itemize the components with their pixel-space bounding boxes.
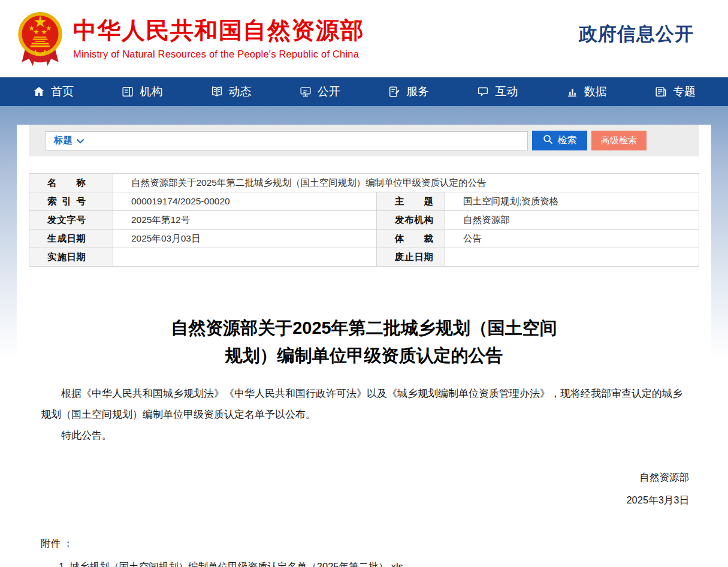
- attachments-label: 附件 ：: [41, 537, 689, 550]
- meta-label-genre: 体裁: [377, 230, 445, 248]
- nav-item-label: 专题: [673, 84, 696, 99]
- table-row: 名称 自然资源部关于2025年第二批城乡规划（国土空间规划）编制单位甲级资质认定…: [29, 174, 699, 192]
- search-button-label: 检索: [558, 134, 577, 147]
- meta-label-subject: 主题: [377, 192, 445, 211]
- paragraph: 特此公告。: [41, 425, 689, 446]
- chat-bubble-icon: [476, 85, 490, 98]
- signature-block: 自然资源部 2025年3月3日: [17, 471, 711, 507]
- site-header: 中华人民共和国自然资源部 Ministry of Natural Resourc…: [0, 0, 728, 77]
- meta-value-created-date: 2025年03月03日: [113, 230, 377, 248]
- bar-chart-icon: [566, 85, 579, 98]
- meta-label-effective-date: 实施日期: [29, 248, 113, 267]
- search-bar: 标题 检索 高级检索: [29, 125, 699, 156]
- document-body: 根据《中华人民共和国城乡规划法》《中华人民共和国行政许可法》以及《城乡规划编制单…: [41, 383, 689, 446]
- nav-item-data[interactable]: 数据: [566, 84, 607, 99]
- news-book-icon: [210, 85, 223, 98]
- document-title: 自然资源部关于2025年第二批城乡规划（国土空间 规划）编制单位甲级资质认定的公…: [17, 315, 711, 370]
- attachments-section: 附件 ： 1. 城乡规划（国土空间规划）编制单位甲级资质认定名单（2025年第二…: [41, 537, 689, 567]
- meta-value-index-no: 000019174/2025-00020: [113, 192, 377, 211]
- page-title-disclosure: 政府信息公开: [579, 22, 694, 56]
- search-input[interactable]: [91, 132, 527, 150]
- site-title-block: 中华人民共和国自然资源部 Ministry of Natural Resourc…: [73, 17, 364, 60]
- nav-item-label: 公开: [318, 84, 340, 99]
- nav-item-label: 互动: [495, 84, 518, 99]
- document-meta-table: 名称 自然资源部关于2025年第二批城乡规划（国土空间规划）编制单位甲级资质认定…: [29, 173, 699, 267]
- disclosure-monitor-icon: [299, 85, 312, 98]
- site-title: 中华人民共和国自然资源部: [73, 17, 364, 44]
- nav-item-label: 机构: [140, 84, 162, 99]
- table-row: 实施日期 废止日期: [29, 248, 699, 267]
- site-subtitle: Ministry of Natural Resources of the Peo…: [73, 49, 364, 60]
- signature-issuer: 自然资源部: [17, 471, 689, 484]
- magnifier-icon: [543, 134, 553, 147]
- nav-item-label: 服务: [406, 84, 429, 99]
- nav-item-label: 首页: [51, 84, 74, 99]
- search-field-selector[interactable]: 标题: [46, 134, 91, 147]
- document-title-line-1: 自然资源部关于2025年第二批城乡规划（国土空间: [17, 315, 711, 342]
- table-row: 发文字号 2025年第12号 发布机构 自然资源部: [29, 211, 699, 230]
- meta-value-name: 自然资源部关于2025年第二批城乡规划（国土空间规划）编制单位甲级资质认定的公告: [113, 174, 699, 192]
- nav-item-label: 数据: [584, 84, 607, 99]
- search-input-group: 标题: [45, 131, 528, 150]
- page-background: 标题 检索 高级检索 名称 自然资源部关于2025年第二批城乡规划（国土空间规划…: [0, 106, 728, 567]
- paragraph: 根据《中华人民共和国城乡规划法》《中华人民共和国行政许可法》以及《城乡规划编制单…: [41, 383, 689, 425]
- nav-item-home[interactable]: 首页: [32, 84, 74, 99]
- table-row: 索引号 000019174/2025-00020 主题 国土空间规划;资质资格: [29, 192, 699, 211]
- content-panel: 标题 检索 高级检索 名称 自然资源部关于2025年第二批城乡规划（国土空间规划…: [17, 125, 711, 567]
- advanced-search-button[interactable]: 高级检索: [591, 131, 647, 150]
- nav-item-services[interactable]: 服务: [388, 84, 429, 99]
- main-navigation: 首页 机构 动态 公开 服务 互动 数据: [0, 77, 728, 106]
- signature-date: 2025年3月3日: [17, 494, 689, 507]
- home-icon: [32, 85, 46, 98]
- nav-item-news[interactable]: 动态: [210, 84, 252, 99]
- nav-item-disclosure[interactable]: 公开: [299, 84, 340, 99]
- meta-label-doc-number: 发文字号: [29, 211, 113, 230]
- table-row: 生成日期 2025年03月03日 体裁 公告: [29, 230, 699, 248]
- meta-value-issuer: 自然资源部: [445, 211, 699, 230]
- service-edit-icon: [388, 85, 401, 98]
- meta-value-genre: 公告: [445, 230, 699, 248]
- nav-item-label: 动态: [229, 84, 252, 99]
- chevron-down-icon: [77, 135, 84, 146]
- document-title-line-2: 规划）编制单位甲级资质认定的公告: [17, 342, 711, 370]
- meta-value-abolition-date: [445, 248, 699, 267]
- organization-icon: [121, 85, 134, 98]
- search-button[interactable]: 检索: [532, 131, 587, 150]
- attachment-link-1[interactable]: 1. 城乡规划（国土空间规划）编制单位甲级资质认定名单（2025年第二批）.xl…: [59, 557, 689, 567]
- nav-item-interaction[interactable]: 互动: [476, 84, 518, 99]
- meta-label-name: 名称: [29, 174, 113, 192]
- search-field-label: 标题: [54, 134, 73, 147]
- meta-value-effective-date: [113, 248, 377, 267]
- nav-item-organization[interactable]: 机构: [121, 84, 162, 99]
- meta-value-doc-number: 2025年第12号: [113, 211, 377, 230]
- nav-item-topics[interactable]: 专题: [654, 84, 696, 99]
- document-article: 自然资源部关于2025年第二批城乡规划（国土空间 规划）编制单位甲级资质认定的公…: [17, 315, 711, 567]
- topics-journal-icon: [654, 85, 667, 98]
- meta-label-index-no: 索引号: [29, 192, 113, 211]
- meta-label-created-date: 生成日期: [29, 230, 113, 248]
- meta-value-subject: 国土空间规划;资质资格: [445, 192, 699, 211]
- meta-label-abolition-date: 废止日期: [377, 248, 445, 267]
- china-national-emblem-icon: [17, 8, 64, 70]
- meta-label-issuer: 发布机构: [377, 211, 445, 230]
